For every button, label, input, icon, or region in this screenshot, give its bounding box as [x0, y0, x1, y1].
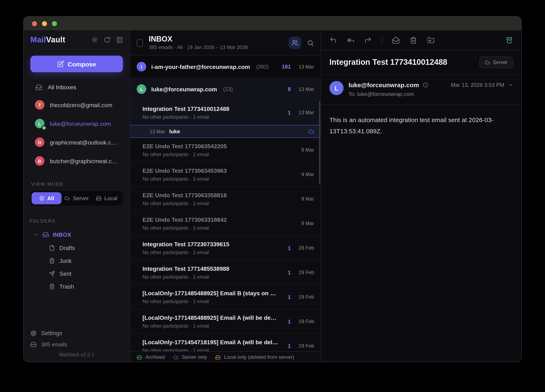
recipient-line: To: luke@forceunwrap.com [348, 91, 513, 97]
account-email: butcher@graphicmeat.c… [50, 158, 118, 164]
account-email: luke@forceunwrap.com [50, 120, 111, 127]
select-all-checkbox[interactable] [137, 39, 143, 47]
online-status-dot [42, 126, 46, 129]
folder-drafts[interactable]: Drafts [29, 241, 125, 254]
group-sender: luke@forceunwrap.com [151, 86, 217, 92]
settings-button[interactable]: Settings [30, 327, 123, 339]
move-to-folder-icon[interactable] [427, 36, 434, 44]
mark-unread-icon[interactable] [392, 36, 400, 44]
zoom-window-button[interactable] [52, 21, 57, 26]
thread-row[interactable]: Integration Test 1773410012488 No other … [130, 100, 321, 125]
users-icon [292, 39, 298, 46]
account-item-selected[interactable]: L luke@forceunwrap.com [24, 114, 130, 133]
message-row-selected[interactable]: 13 Mar luke [130, 125, 321, 138]
reader-toolbar [321, 30, 521, 50]
sender-email: luke@forceunwrap.com [348, 81, 419, 88]
search-button[interactable] [307, 39, 314, 46]
legend-archived: Archived [145, 354, 165, 360]
close-window-button[interactable] [32, 21, 37, 26]
folder-junk[interactable]: Junk [29, 254, 125, 267]
app-version: MailVault v2.2.1 [30, 352, 123, 358]
thread-row[interactable]: E2E Undo Test 1773063453963 No other par… [130, 162, 321, 187]
row-date: 9 Mar [297, 172, 314, 177]
inbox-icon [42, 231, 49, 238]
thread-subject: Integration Test 1773410012488 [142, 105, 285, 112]
account-item[interactable]: T thecoldzero@gmail.com [24, 96, 130, 114]
thread-subject: E2E Undo Test 1773063358816 [142, 192, 293, 198]
thread-meta: No other participants · 1 email [142, 298, 285, 304]
chevron-down-icon[interactable] [34, 232, 39, 237]
thread-row[interactable]: [LocalOnly-1771485488925] Email B (stays… [130, 285, 321, 309]
list-title: INBOX [149, 35, 248, 43]
thread-row[interactable]: E2E Undo Test 1773063318842 No other par… [130, 211, 321, 236]
account-email: thecoldzero@gmail.com [50, 102, 112, 108]
folder-inbox[interactable]: INBOX [29, 228, 125, 241]
thread-row[interactable]: Integration Test 1772307339615 No other … [130, 236, 321, 260]
cloud-icon [308, 129, 314, 134]
thread-row[interactable]: E2E Undo Test 1773063358816 No other par… [130, 187, 321, 211]
sender-group-row-expanded[interactable]: L luke@forceunwrap.com (13) 8 13 Mar [130, 78, 321, 100]
local-only-icon [215, 355, 221, 360]
sync-icon[interactable] [104, 37, 111, 43]
row-date: 28 Feb [297, 245, 314, 251]
logo-mail: Mail [30, 35, 46, 44]
inbox-icon [35, 84, 42, 91]
thread-meta: No other participants · 1 email [142, 249, 285, 255]
collapse-sidebar-icon[interactable] [116, 37, 123, 43]
sidebar-header: MailVault [24, 30, 130, 50]
archive-icon[interactable] [506, 36, 513, 44]
folders-section: FOLDERS INBOX Drafts Junk [24, 213, 130, 299]
thread-subject: E2E Undo Test 1773063542205 [142, 143, 293, 149]
folder-sent[interactable]: Sent [29, 267, 125, 280]
thread-subject: [LocalOnly-1771454718195] Email A (will … [142, 339, 285, 345]
thread-row[interactable]: [LocalOnly-1771454718195] Email A (will … [130, 334, 321, 351]
sidebar-item-all-inboxes[interactable]: All Inboxes [24, 79, 130, 96]
minimize-window-button[interactable] [42, 21, 47, 26]
theme-toggle-icon[interactable] [91, 37, 98, 43]
info-icon[interactable] [423, 82, 428, 88]
sender-group-row[interactable]: I i-am-your-father@forceunwrap.com (392)… [130, 56, 321, 78]
search-icon [307, 39, 314, 46]
reply-all-icon[interactable] [347, 36, 354, 44]
list-scrollbar[interactable] [319, 101, 320, 184]
view-mode-local[interactable]: Local [92, 192, 122, 204]
unread-count: 1 [288, 245, 291, 251]
view-mode-server[interactable]: Server [62, 192, 92, 204]
thread-row[interactable]: E2E Undo Test 1773063542205 No other par… [130, 138, 321, 162]
avatar: I [137, 62, 146, 71]
thread-row[interactable]: [LocalOnly-1771485488925] Email A (will … [130, 309, 321, 334]
email-count: 385 emails [30, 339, 123, 350]
email-subject: Integration Test 1773410012488 [329, 58, 479, 67]
unread-count: 1 [288, 318, 291, 325]
archived-icon [137, 355, 142, 360]
all-inboxes-label: All Inboxes [48, 84, 76, 91]
row-date: 9 Mar [297, 147, 314, 153]
folder-trash[interactable]: Trash [29, 280, 125, 293]
avatar: B [35, 156, 44, 166]
compose-button[interactable]: Compose [30, 56, 123, 72]
chevron-down-icon[interactable] [508, 82, 513, 87]
account-item[interactable]: G graphicmeat@outlook.c… [24, 133, 130, 152]
row-date: 13 Mar [297, 64, 314, 70]
row-date: 19 Feb [297, 343, 314, 349]
server-only-icon [173, 355, 178, 360]
delete-icon[interactable] [409, 36, 417, 44]
row-date: 19 Feb [297, 318, 314, 324]
view-mode-all[interactable]: All [31, 192, 62, 204]
forward-icon[interactable] [364, 36, 372, 44]
group-by-sender-button[interactable] [289, 37, 301, 49]
thread-meta: No other participants · 1 email [142, 347, 285, 351]
row-date: 13 Mar [297, 110, 314, 116]
thread-row[interactable]: Integration Test 1771485538988 No other … [130, 260, 321, 285]
unread-count: 8 [288, 86, 291, 92]
unread-count: 1 [288, 294, 291, 300]
reading-pane: Integration Test 1773410012488 Server L … [321, 30, 521, 362]
legend-server-only: Server only [182, 354, 207, 360]
reply-icon[interactable] [329, 36, 337, 44]
thread-meta: No other participants · 1 email [142, 274, 285, 280]
account-item[interactable]: B butcher@graphicmeat.c… [24, 152, 130, 170]
view-mode-section: VIEW MODE All Server Local [24, 176, 130, 213]
avatar: L [137, 84, 146, 94]
folders-label: FOLDERS [30, 218, 125, 223]
message-date: 13 Mar [149, 129, 165, 134]
